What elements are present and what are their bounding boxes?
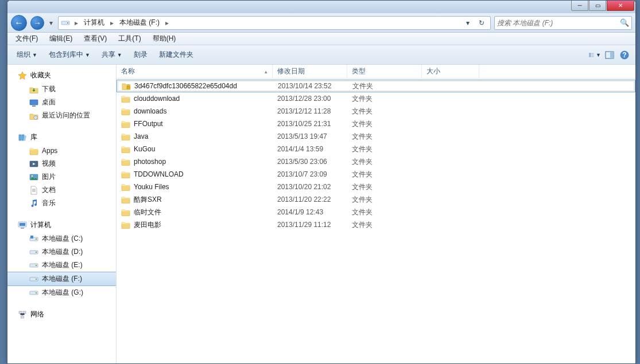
sidebar-item[interactable]: 文档 xyxy=(7,183,116,197)
file-row[interactable]: 临时文件2014/1/9 12:43文件夹 xyxy=(117,206,635,218)
sidebar-item[interactable]: Apps xyxy=(7,144,116,157)
favorites-label: 收藏夹 xyxy=(30,71,51,80)
search-box[interactable]: 🔍 xyxy=(494,16,632,30)
sidebar-item[interactable]: 本地磁盘 (G:) xyxy=(7,286,116,299)
search-input[interactable] xyxy=(497,19,620,27)
column-date[interactable]: 修改日期 xyxy=(273,65,347,79)
sidebar-item[interactable]: 最近访问的位置 xyxy=(7,109,116,122)
file-type: 文件夹 xyxy=(347,107,422,116)
sidebar-item[interactable]: 本地磁盘 (D:) xyxy=(7,245,116,259)
breadcrumb-arrow-icon[interactable]: ▸ xyxy=(109,19,115,27)
file-name: Youku Files xyxy=(134,183,169,191)
file-row[interactable]: 麦田电影2013/11/29 11:12文件夹 xyxy=(117,218,635,231)
file-name: FFOutput xyxy=(134,120,163,128)
folder-icon xyxy=(121,107,130,115)
column-size[interactable]: 大小 xyxy=(422,65,479,79)
sidebar-item[interactable]: 本地磁盘 (E:) xyxy=(7,259,116,272)
file-type: 文件夹 xyxy=(347,144,422,154)
menu-view[interactable]: 查看(V) xyxy=(78,32,113,45)
burn-button[interactable]: 刻录 xyxy=(129,48,152,62)
menu-tools[interactable]: 工具(T) xyxy=(113,32,146,45)
address-bar[interactable]: ▸ 计算机 ▸ 本地磁盘 (F:) ▸ ▾ ↻ xyxy=(58,16,491,30)
sidebar-item-label: 本地磁盘 (C:) xyxy=(42,234,83,244)
libraries-header[interactable]: 库 xyxy=(7,131,116,144)
minimize-button[interactable]: ─ xyxy=(571,1,588,11)
folder-icon xyxy=(29,146,38,155)
file-date: 2013/5/30 23:06 xyxy=(273,158,347,166)
file-row[interactable]: TDDOWNLOAD2013/10/7 23:09文件夹 xyxy=(117,168,635,181)
file-row[interactable]: clouddownload2013/12/28 23:00文件夹 xyxy=(117,92,635,105)
menu-file[interactable]: 文件(F) xyxy=(10,32,44,45)
computer-header[interactable]: 计算机 xyxy=(7,219,116,232)
file-name: 临时文件 xyxy=(134,208,161,217)
file-type: 文件夹 xyxy=(347,132,422,142)
computer-icon xyxy=(18,221,27,230)
file-name: KuGou xyxy=(134,145,155,153)
file-name: downloads xyxy=(134,107,166,115)
file-type: 文件夹 xyxy=(347,182,422,192)
close-button[interactable]: ✕ xyxy=(607,1,634,11)
folder-icon xyxy=(121,145,130,153)
network-header[interactable]: 网络 xyxy=(7,308,116,322)
share-button[interactable]: 共享▼ xyxy=(97,48,127,62)
sidebar-item[interactable]: 本地磁盘 (F:) xyxy=(7,272,116,286)
history-dropdown[interactable]: ▾ xyxy=(48,16,55,30)
file-type: 文件夹 xyxy=(347,94,422,104)
column-name[interactable]: 名称▴ xyxy=(117,65,273,79)
sidebar-item-label: 本地磁盘 (G:) xyxy=(42,288,83,298)
file-name: TDDOWNLOAD xyxy=(134,170,184,178)
file-type: 文件夹 xyxy=(347,208,422,217)
preview-pane-button[interactable] xyxy=(603,49,616,61)
file-type: 文件夹 xyxy=(347,220,422,230)
sidebar-item[interactable]: 视频 xyxy=(7,157,116,170)
new-folder-button[interactable]: 新建文件夹 xyxy=(154,48,198,62)
refresh-button[interactable]: ↻ xyxy=(475,17,488,29)
view-options-button[interactable]: ▼ xyxy=(588,49,601,61)
menu-help[interactable]: 帮助(H) xyxy=(147,32,182,45)
file-row[interactable]: photoshop2013/5/30 23:06文件夹 xyxy=(117,155,635,168)
file-row[interactable]: FFOutput2013/10/25 21:31文件夹 xyxy=(117,118,635,130)
drive-icon xyxy=(29,275,38,284)
file-date: 2013/10/20 21:02 xyxy=(273,183,347,191)
folder-icon xyxy=(122,82,131,90)
include-in-library-button[interactable]: 包含到库中▼ xyxy=(44,48,95,62)
menu-edit[interactable]: 编辑(E) xyxy=(44,32,78,45)
network-label: 网络 xyxy=(30,310,44,319)
breadcrumb-computer[interactable]: 计算机 xyxy=(83,18,106,28)
breadcrumb-arrow-icon[interactable]: ▸ xyxy=(164,19,170,27)
sidebar-item[interactable]: 下载 xyxy=(7,83,116,96)
navigation-bar: ← → ▾ ▸ 计算机 ▸ 本地磁盘 (F:) ▸ ▾ ↻ 🔍 xyxy=(7,13,635,33)
picture-icon xyxy=(29,173,38,182)
file-date: 2013/5/13 19:47 xyxy=(273,132,347,140)
sidebar-item[interactable]: 图片 xyxy=(7,170,116,183)
chevron-down-icon: ▼ xyxy=(596,52,601,58)
file-name: Java xyxy=(134,132,148,140)
column-type[interactable]: 类型 xyxy=(347,65,422,79)
sidebar-item-label: 视频 xyxy=(42,159,56,169)
column-headers: 名称▴ 修改日期 类型 大小 xyxy=(117,65,635,79)
search-icon[interactable]: 🔍 xyxy=(620,18,629,27)
file-row[interactable]: 3d467cf9dfc130665822e65d04dd2013/10/14 2… xyxy=(117,80,635,92)
breadcrumb-drive[interactable]: 本地磁盘 (F:) xyxy=(118,18,161,28)
maximize-button[interactable]: ▭ xyxy=(589,1,606,11)
file-row[interactable]: Java2013/5/13 19:47文件夹 xyxy=(117,130,635,143)
help-button[interactable] xyxy=(618,49,631,61)
libraries-label: 库 xyxy=(30,132,37,142)
sidebar-item[interactable]: 桌面 xyxy=(7,96,116,109)
sidebar-item[interactable]: 音乐 xyxy=(7,197,116,210)
file-row[interactable]: 酷舞SXR2013/11/20 22:22文件夹 xyxy=(117,193,635,206)
file-row[interactable]: downloads2013/12/12 11:28文件夹 xyxy=(117,105,635,118)
file-row[interactable]: KuGou2014/1/4 13:59文件夹 xyxy=(117,143,635,155)
favorites-header[interactable]: 收藏夹 xyxy=(7,69,116,83)
forward-button[interactable]: → xyxy=(30,16,44,30)
breadcrumb-arrow-icon[interactable]: ▸ xyxy=(73,19,79,27)
file-list-pane: 名称▴ 修改日期 类型 大小 3d467cf9dfc130665822e65d0… xyxy=(117,65,635,363)
folder-icon xyxy=(121,221,130,229)
organize-button[interactable]: 组织▼ xyxy=(12,48,42,62)
file-type: 文件夹 xyxy=(347,119,422,129)
back-button[interactable]: ← xyxy=(11,15,27,31)
sidebar-item[interactable]: 本地磁盘 (C:) xyxy=(7,232,116,245)
address-history-button[interactable]: ▾ xyxy=(461,17,474,29)
file-date: 2013/11/20 22:22 xyxy=(273,195,347,203)
file-row[interactable]: Youku Files2013/10/20 21:02文件夹 xyxy=(117,181,635,193)
